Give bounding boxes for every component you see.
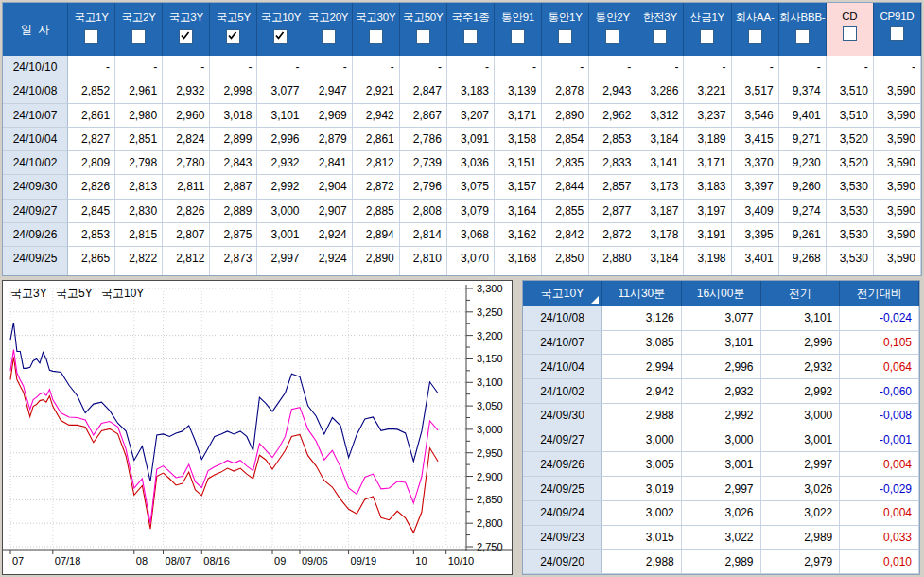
column-label: 국고2Y (122, 10, 156, 25)
cell-value: 2,861 (353, 128, 400, 150)
cell-value: 2,835 (542, 151, 589, 174)
column-header-10: 통안1Y (542, 3, 589, 56)
cell-value: 2,826 (68, 175, 115, 198)
intraday-row[interactable]: 24/09/233,0153,0222,9890,033 (523, 526, 919, 551)
column-checkbox[interactable] (511, 29, 525, 44)
intraday-date: 24/09/25 (523, 477, 602, 500)
cell-value: 2,932 (163, 79, 210, 102)
intraday-prev: 3,022 (761, 501, 841, 525)
cell-value: 3,221 (684, 79, 731, 102)
intraday-row[interactable]: 24/09/243,0023,0263,0220,004 (523, 501, 919, 526)
cell-value: 9,374 (779, 79, 827, 102)
column-checkbox[interactable] (369, 29, 383, 44)
intraday-t1600: 3,001 (682, 452, 761, 476)
column-checkbox[interactable] (653, 29, 667, 44)
column-checkbox[interactable] (273, 29, 288, 44)
table-row[interactable]: 24/09/302,8262,8132,8112,8872,9922,9042,… (3, 175, 921, 199)
cell-value: 9,261 (779, 223, 827, 246)
series-line-0 (10, 358, 438, 533)
cell-value: 2,854 (542, 128, 589, 150)
table-row[interactable]: 24/09/252,8652,8222,8122,8732,9972,9242,… (3, 247, 921, 271)
cell-value: - (305, 56, 353, 79)
column-checkbox[interactable] (84, 29, 98, 44)
column-header-3: 국고5Y (210, 3, 257, 56)
column-checkbox[interactable] (748, 29, 762, 44)
cell-value: - (400, 56, 447, 79)
intraday-row[interactable]: 24/09/273,0003,0003,001-0,001 (523, 428, 919, 453)
column-checkbox[interactable] (179, 29, 193, 44)
intraday-row[interactable]: 24/10/042,9942,9962,9320,064 (523, 355, 919, 379)
table-row[interactable]: 24/10/022,8092,7982,7802,8432,9322,8412,… (3, 151, 921, 175)
cell-value: 2,810 (400, 247, 447, 270)
intraday-header-0[interactable]: 국고10Y (523, 281, 602, 306)
cell-value: 2,853 (68, 223, 115, 246)
column-label: 통안91 (501, 10, 534, 25)
column-checkbox[interactable] (226, 29, 240, 44)
x-tick-label: 10 (415, 555, 427, 567)
table-row[interactable]: 24/10/10------------------ (3, 56, 921, 79)
intraday-row[interactable]: 24/09/253,0192,9973,026-0,029 (523, 477, 919, 501)
intraday-t1600: 3,026 (682, 501, 761, 525)
cell-value: 2,827 (68, 128, 115, 150)
cell-value: 3,189 (684, 128, 731, 150)
table-row[interactable]: 24/10/082,8522,9612,9322,9983,0772,9472,… (3, 79, 921, 103)
intraday-row[interactable]: 24/10/073,0853,1012,9960,105 (523, 331, 919, 356)
intraday-chg: 0,064 (840, 355, 919, 378)
cell-value: 9,274 (779, 200, 827, 222)
intraday-row[interactable]: 24/09/302,9882,9923,000-0,008 (523, 404, 919, 428)
cell-value: 3,164 (495, 200, 542, 222)
intraday-t1130: 2,988 (602, 404, 682, 428)
cell-value (447, 271, 495, 276)
intraday-prev: 3,026 (761, 477, 841, 500)
column-checkbox[interactable] (416, 29, 430, 44)
intraday-row[interactable]: 24/10/022,9422,9322,992-0,060 (523, 379, 919, 404)
x-tick-label: 10/10 (448, 555, 475, 567)
column-label: 국고10Y (261, 10, 301, 25)
cell-value: 3,401 (732, 247, 779, 270)
intraday-date: 24/10/08 (523, 306, 602, 330)
intraday-row[interactable]: 24/09/263,0053,0012,9970,004 (523, 452, 919, 477)
intraday-t1130: 3,002 (602, 501, 682, 525)
table-row[interactable]: 24/09/272,8452,8302,8262,8893,0002,9072,… (3, 200, 921, 223)
cell-value: 2,824 (163, 128, 210, 150)
intraday-header-label: 국고10Y (541, 287, 584, 300)
intraday-chg: 0,105 (840, 331, 919, 355)
column-checkbox[interactable] (795, 29, 810, 44)
y-tick-label: 3,150 (477, 353, 503, 364)
cell-value: 2,961 (115, 79, 163, 102)
column-label: 국고1Y (74, 10, 108, 25)
cell-value: 3,530 (827, 247, 874, 270)
column-label: 회사BBB- (779, 10, 826, 25)
cell-value: 2,997 (257, 247, 305, 270)
row-date: 24/09/25 (3, 247, 68, 270)
intraday-chg: -0,008 (840, 404, 919, 428)
column-checkbox[interactable] (131, 29, 146, 44)
column-checkbox[interactable] (558, 29, 572, 44)
column-checkbox[interactable] (890, 26, 904, 41)
column-label: 국고5Y (217, 10, 251, 25)
y-tick-label: 2,950 (477, 447, 503, 459)
cell-value: 3,517 (732, 79, 779, 102)
cell-value (210, 271, 257, 276)
cell-value: 3,395 (732, 223, 779, 246)
column-header-8: 국주1종 (447, 3, 495, 56)
cell-value: 2,798 (115, 151, 163, 174)
column-checkbox[interactable] (700, 29, 714, 44)
column-checkbox[interactable] (843, 26, 857, 41)
intraday-header-4: 전기대비 (840, 281, 919, 306)
cell-value: 2,814 (400, 223, 447, 246)
column-checkbox[interactable] (322, 29, 336, 44)
table-row[interactable]: 24/09/262,8532,8152,8072,8753,0012,9242,… (3, 223, 921, 247)
intraday-row[interactable]: 24/09/202,9882,9892,9790,010 (523, 550, 919, 574)
column-checkbox[interactable] (605, 29, 619, 44)
intraday-t1600: 2,997 (682, 477, 761, 500)
cell-value: 2,833 (589, 151, 636, 174)
column-checkbox[interactable] (463, 29, 478, 44)
intraday-row[interactable]: 24/10/083,1263,0773,101-0,024 (523, 306, 919, 331)
table-row[interactable]: 24/10/042,8272,8512,8242,8992,9962,8792,… (3, 128, 921, 151)
cell-value: 3,001 (257, 223, 305, 246)
table-row[interactable]: 24/10/072,8612,9802,9603,0183,1012,9692,… (3, 104, 921, 128)
cell-value: 3,168 (495, 247, 542, 270)
intraday-date: 24/09/27 (523, 428, 602, 452)
cell-value: 3,079 (447, 200, 495, 222)
